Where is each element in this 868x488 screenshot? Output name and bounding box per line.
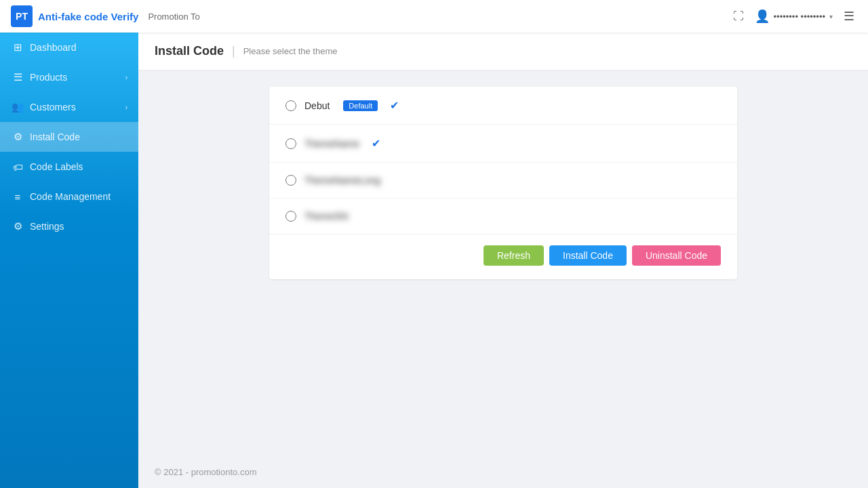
theme-option-debut: Debut Default ✔ — [269, 87, 737, 125]
theme-option-3: ThemeNameLong — [269, 163, 737, 199]
content-area: Debut Default ✔ ThemeName ✔ ThemeNameLon… — [138, 70, 868, 456]
theme-name-3: ThemeNameLong — [304, 175, 380, 186]
sidebar-item-settings[interactable]: ⚙ Settings — [0, 211, 138, 241]
sidebar-item-code-management[interactable]: ≡ Code Management — [0, 182, 138, 211]
logo-text: Anti-fake code Verify — [38, 11, 138, 22]
sidebar-item-products[interactable]: ☰ Products › — [0, 62, 138, 92]
chevron-right-icon: › — [125, 74, 127, 81]
user-avatar-icon: 👤 — [755, 9, 770, 24]
footer-text: © 2021 - promotionto.com — [155, 467, 256, 477]
sidebar-item-label: Settings — [30, 221, 127, 232]
theme-radio-3[interactable] — [285, 175, 296, 186]
sidebar-item-label: Code Management — [30, 191, 127, 202]
sidebar-item-label: Customers — [30, 102, 125, 113]
chevron-down-icon: ▾ — [829, 13, 833, 20]
theme-option-2: ThemeName ✔ — [269, 125, 737, 163]
theme-name-4: ThemeSht — [304, 211, 349, 222]
page-subtitle: Please select the theme — [243, 46, 338, 56]
user-menu[interactable]: 👤 •••••••• •••••••• ▾ — [755, 9, 833, 24]
install-code-icon: ⚙ — [11, 131, 24, 143]
logo: PT Anti-fake code Verify Promotion To — [11, 5, 200, 27]
logo-icon: PT — [11, 5, 33, 27]
check-icon-debut: ✔ — [390, 99, 399, 112]
page-header: Install Code | Please select the theme — [138, 33, 868, 70]
theme-radio-4[interactable] — [285, 211, 296, 222]
dashboard-icon: ⊞ — [11, 41, 24, 54]
sidebar: ⊞ Dashboard ☰ Products › 👥 Customers › ⚙… — [0, 33, 138, 488]
layout: ⊞ Dashboard ☰ Products › 👥 Customers › ⚙… — [0, 33, 868, 488]
button-row: Refresh Install Code Uninstall Code — [269, 235, 737, 279]
uninstall-code-button[interactable]: Uninstall Code — [632, 245, 721, 266]
check-icon-2: ✔ — [372, 137, 380, 150]
settings-icon: ⚙ — [11, 220, 24, 232]
code-labels-icon: 🏷 — [11, 161, 24, 173]
footer: © 2021 - promotionto.com — [138, 456, 868, 488]
products-icon: ☰ — [11, 71, 24, 83]
code-management-icon: ≡ — [11, 191, 24, 203]
customers-icon: 👥 — [11, 101, 24, 113]
sidebar-item-label: Products — [30, 72, 125, 83]
header: PT Anti-fake code Verify Promotion To ⛶ … — [0, 0, 868, 33]
header-right: ⛶ 👤 •••••••• •••••••• ▾ ☰ — [730, 6, 857, 26]
header-subtitle: Promotion To — [148, 12, 199, 22]
theme-radio-2[interactable] — [285, 138, 296, 149]
theme-name-debut: Debut — [304, 100, 330, 111]
sidebar-item-customers[interactable]: 👥 Customers › — [0, 92, 138, 122]
sidebar-item-dashboard[interactable]: ⊞ Dashboard — [0, 33, 138, 62]
chevron-right-icon: › — [125, 104, 127, 111]
page-title: Install Code — [155, 44, 224, 58]
install-code-button[interactable]: Install Code — [549, 245, 627, 266]
sidebar-item-label: Code Labels — [30, 161, 127, 172]
theme-card: Debut Default ✔ ThemeName ✔ ThemeNameLon… — [269, 87, 737, 279]
sidebar-item-install-code[interactable]: ⚙ Install Code — [0, 122, 138, 152]
main-content: Install Code | Please select the theme D… — [138, 33, 868, 488]
page-separator: | — [232, 44, 235, 58]
fullscreen-button[interactable]: ⛶ — [730, 7, 747, 25]
sidebar-item-label: Install Code — [30, 131, 127, 142]
theme-option-4: ThemeSht — [269, 199, 737, 235]
refresh-button[interactable]: Refresh — [484, 245, 544, 266]
theme-name-2: ThemeName — [304, 138, 359, 149]
default-badge: Default — [343, 100, 378, 111]
user-name: •••••••• •••••••• — [774, 12, 825, 22]
sidebar-item-label: Dashboard — [30, 42, 127, 53]
menu-button[interactable]: ☰ — [841, 6, 857, 26]
sidebar-item-code-labels[interactable]: 🏷 Code Labels — [0, 152, 138, 182]
theme-radio-debut[interactable] — [285, 100, 296, 111]
